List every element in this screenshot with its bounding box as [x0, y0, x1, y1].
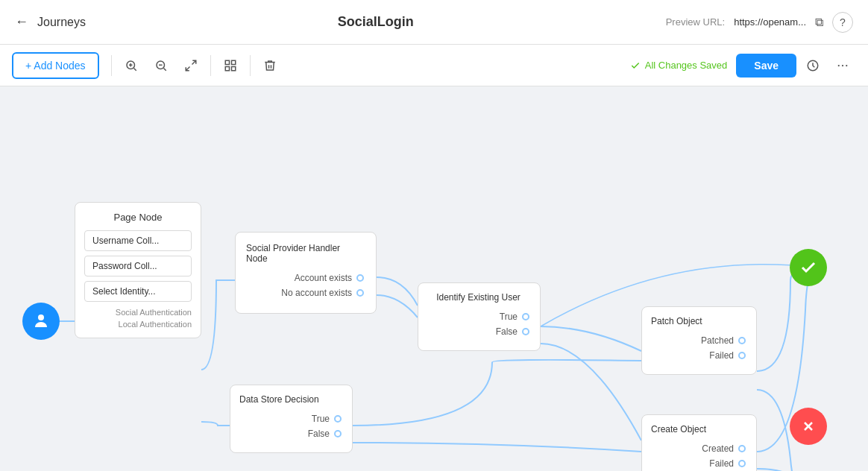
grid-icon: [224, 59, 237, 72]
clock-icon: [806, 59, 820, 72]
preview-url: https://openam...: [734, 16, 806, 28]
patch-failed-output: Failed: [651, 350, 746, 361]
no-account-dot: [356, 289, 364, 297]
failure-node: [790, 408, 827, 445]
zoom-out-button[interactable]: [148, 52, 174, 79]
start-node[interactable]: [22, 303, 60, 340]
header-left: ← Journeys: [15, 14, 86, 30]
no-account-output: No account exists: [246, 288, 364, 298]
created-dot: [738, 445, 746, 452]
identify-false-dot: [522, 328, 529, 335]
data-store-true-label: True: [312, 414, 330, 424]
saved-label: All Changes Saved: [645, 60, 728, 71]
history-button[interactable]: [799, 52, 826, 79]
created-label: Created: [702, 443, 734, 454]
fit-view-button[interactable]: [177, 52, 204, 79]
page-node-footer2: Local Authentication: [84, 320, 192, 329]
svg-rect-11: [225, 66, 229, 70]
create-object-node[interactable]: Create Object Created Failed: [641, 414, 757, 471]
password-node-item: Password Coll...: [84, 256, 192, 276]
breadcrumb: Journeys: [37, 16, 86, 29]
delete-button[interactable]: [257, 52, 283, 79]
svg-rect-12: [231, 66, 235, 70]
data-store-decision-node[interactable]: Data Store Decision True False: [230, 385, 353, 453]
all-saved-status: All Changes Saved: [630, 60, 728, 71]
social-provider-node-title: Social Provider Handler Node: [246, 243, 364, 264]
toolbar: + Add Nodes All Changes Saved Save: [0, 45, 868, 86]
fit-view-icon: [184, 59, 198, 72]
svg-point-15: [842, 64, 843, 66]
add-nodes-button[interactable]: + Add Nodes: [12, 52, 99, 79]
svg-line-5: [163, 68, 166, 70]
identify-existing-user-node[interactable]: Identify Existing User True False: [418, 282, 541, 351]
create-node-title: Create Object: [651, 424, 746, 434]
toolbar-divider-2: [210, 55, 211, 76]
patched-dot: [738, 337, 746, 344]
zoom-in-button[interactable]: [118, 52, 145, 79]
svg-line-1: [133, 68, 136, 70]
copy-url-button[interactable]: ⧉: [815, 16, 823, 29]
data-store-true-dot: [334, 415, 342, 423]
data-store-node-title: Data Store Decision: [239, 394, 342, 405]
x-icon: [801, 419, 816, 434]
help-button[interactable]: ?: [832, 12, 853, 33]
patch-failed-dot: [738, 352, 746, 359]
success-node: [790, 249, 827, 286]
page-node[interactable]: Page Node Username Coll... Password Coll…: [75, 202, 201, 338]
page-node-title: Page Node: [84, 212, 192, 223]
svg-rect-9: [225, 60, 229, 64]
toolbar-divider-3: [250, 55, 251, 76]
patched-output: Patched: [651, 335, 746, 346]
trash-icon: [263, 59, 277, 72]
canvas: Page Node Username Coll... Password Coll…: [0, 86, 868, 471]
svg-rect-10: [231, 60, 235, 64]
zoom-out-icon: [154, 59, 168, 72]
page-title: SocialLogin: [338, 14, 414, 30]
identify-node-title: Identify Existing User: [427, 292, 529, 303]
account-exists-label: Account exists: [295, 273, 352, 283]
data-store-false-output: False: [239, 429, 342, 439]
grid-toggle-button[interactable]: [217, 52, 244, 79]
patch-object-node[interactable]: Patch Object Patched Failed: [641, 306, 757, 375]
username-node-item: Username Coll...: [84, 230, 192, 251]
svg-line-7: [192, 60, 195, 64]
select-identity-node-item: Select Identity...: [84, 281, 192, 302]
create-failed-dot: [738, 460, 746, 467]
identify-true-output: True: [427, 312, 529, 322]
back-button[interactable]: ←: [15, 14, 28, 30]
svg-point-17: [38, 314, 44, 320]
data-store-false-dot: [334, 430, 342, 437]
created-output: Created: [651, 443, 746, 454]
data-store-true-output: True: [239, 414, 342, 424]
no-account-label: No account exists: [281, 288, 352, 298]
create-failed-label: Failed: [709, 458, 734, 469]
data-store-false-label: False: [308, 429, 330, 439]
account-exists-dot: [356, 274, 364, 282]
header: ← Journeys SocialLogin Preview URL: http…: [0, 0, 868, 45]
social-provider-node[interactable]: Social Provider Handler Node Account exi…: [235, 232, 377, 314]
patch-failed-label: Failed: [709, 350, 734, 361]
account-exists-output: Account exists: [246, 273, 364, 283]
svg-point-14: [838, 64, 840, 66]
zoom-in-icon: [125, 59, 138, 72]
more-icon: [836, 59, 849, 72]
check-icon: [630, 60, 641, 71]
identify-true-label: True: [500, 312, 518, 322]
save-button[interactable]: Save: [736, 54, 796, 78]
patch-node-title: Patch Object: [651, 316, 746, 326]
page-node-footer1: Social Authentication: [84, 308, 192, 317]
svg-line-8: [186, 66, 189, 70]
toolbar-divider-1: [111, 55, 112, 76]
identify-false-label: False: [496, 326, 518, 337]
checkmark-icon: [799, 259, 817, 276]
create-failed-output: Failed: [651, 458, 746, 469]
identify-false-output: False: [427, 326, 529, 337]
preview-label: Preview URL:: [666, 16, 725, 28]
header-right: Preview URL: https://openam... ⧉ ?: [666, 12, 853, 33]
svg-point-16: [846, 64, 847, 66]
person-icon: [32, 312, 50, 330]
patched-label: Patched: [701, 335, 734, 346]
identify-true-dot: [522, 313, 529, 320]
more-menu-button[interactable]: [829, 52, 856, 79]
